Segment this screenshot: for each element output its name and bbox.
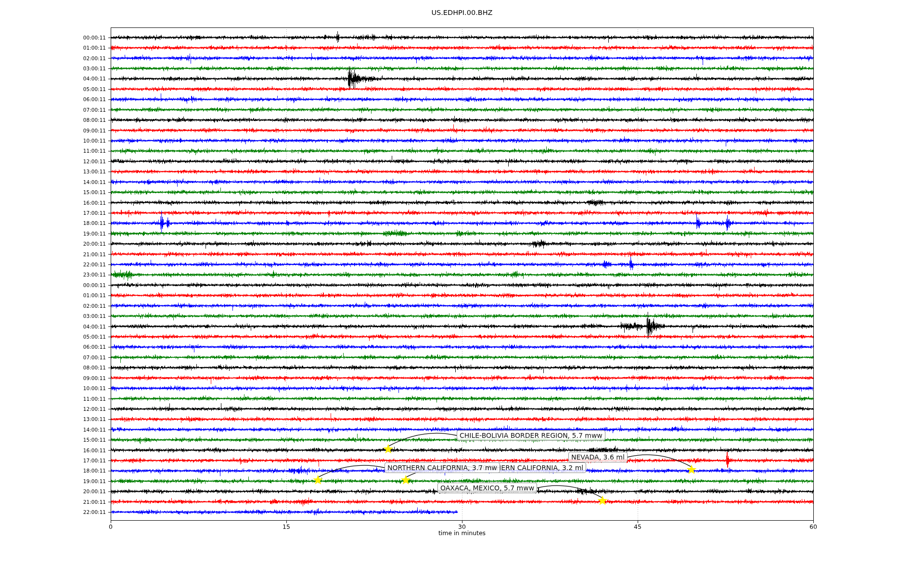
y-axis-row-label: 08:00:11 [29,117,106,123]
y-axis-row-label: 04:00:11 [29,76,106,81]
y-axis-row-label: 20:00:11 [29,241,106,247]
x-axis-tick-label: 60 [809,523,817,530]
y-axis-row-label: 07:00:11 [29,107,106,113]
y-axis-row-label: 22:00:11 [29,509,106,515]
y-axis-row-label: 21:00:11 [29,499,106,505]
page-title: US.EDHPI.00.BHZ [111,9,813,16]
y-axis-row-label: 15:00:11 [29,189,106,195]
y-axis-row-label: 23:00:11 [29,272,106,277]
y-axis-row-label: 04:00:11 [29,324,106,329]
y-axis-row-label: 08:00:11 [29,365,106,370]
seismogram-figure: US.EDHPI.00.BHZ time in minutes 00:00:11… [0,0,924,578]
y-axis-row-label: 19:00:11 [29,478,106,484]
y-axis-row-label: 21:00:11 [29,251,106,257]
event-label: OAXACA, MEXICO, 5.7 mww [437,483,537,493]
y-axis-row-label: 11:00:11 [29,396,106,402]
y-axis-row-label: 03:00:11 [29,66,106,71]
y-axis-row-label: 07:00:11 [29,355,106,360]
y-axis-row-label: 05:00:11 [29,334,106,340]
y-axis-row-label: 17:00:11 [29,458,106,463]
y-axis-row-label: 14:00:11 [29,427,106,433]
y-axis-row-label: 05:00:11 [29,86,106,92]
x-axis-tick-label: 45 [634,523,642,530]
y-axis-row-label: 14:00:11 [29,179,106,185]
y-axis-row-label: 19:00:11 [29,231,106,236]
y-axis-row-label: 15:00:11 [29,437,106,443]
y-axis-row-label: 06:00:11 [29,344,106,350]
y-axis-row-label: 09:00:11 [29,128,106,133]
y-axis-row-label: 20:00:11 [29,488,106,494]
y-axis-row-label: 10:00:11 [29,385,106,391]
y-axis-row-label: 00:00:11 [29,282,106,288]
y-axis-row-label: 12:00:11 [29,406,106,412]
y-axis-row-label: 18:00:11 [29,468,106,473]
y-axis-row-label: 02:00:11 [29,55,106,61]
y-axis-row-label: 12:00:11 [29,158,106,164]
y-axis-row-label: 00:00:11 [29,35,106,40]
y-axis-row-label: 16:00:11 [29,200,106,206]
y-axis-row-label: 01:00:11 [29,45,106,51]
x-axis-label: time in minutes [111,529,813,537]
y-axis-row-label: 17:00:11 [29,210,106,216]
y-axis-row-label: 01:00:11 [29,292,106,298]
y-axis-row-label: 06:00:11 [29,96,106,102]
event-label: NORTHERN CALIFORNIA, 3.7 mw [385,462,500,473]
event-label: CHILE-BOLIVIA BORDER REGION, 5.7 mww [457,430,605,441]
y-axis-row-label: 16:00:11 [29,447,106,453]
y-axis-row-label: 13:00:11 [29,416,106,422]
y-axis-row-label: 03:00:11 [29,313,106,319]
y-axis-row-label: 22:00:11 [29,262,106,267]
y-axis-row-label: 10:00:11 [29,138,106,144]
y-axis-row-label: 18:00:11 [29,220,106,226]
x-axis-tick-label: 0 [109,523,113,530]
x-axis-tick-label: 15 [282,523,290,530]
y-axis-row-label: 09:00:11 [29,375,106,381]
event-label: NEVADA, 3.6 ml [568,452,628,462]
y-axis-row-label: 13:00:11 [29,169,106,174]
y-axis-row-label: 11:00:11 [29,148,106,154]
y-axis-row-label: 02:00:11 [29,303,106,309]
x-axis-tick-label: 30 [458,523,466,530]
